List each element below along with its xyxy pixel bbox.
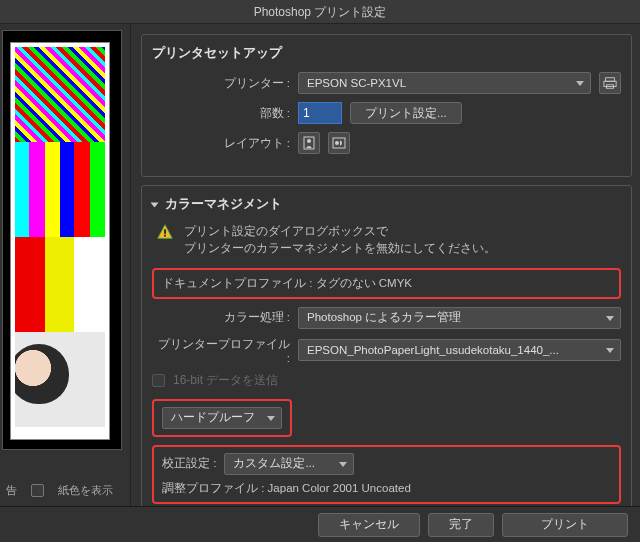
color-handling-dropdown[interactable]: Photoshop によるカラー管理 bbox=[298, 307, 621, 329]
show-paper-color-checkbox[interactable] bbox=[31, 484, 44, 497]
disclosure-down-icon bbox=[152, 198, 161, 212]
printer-label: プリンター : bbox=[152, 76, 290, 91]
highlight-proof-setup: 校正設定 : カスタム設定... 調整プロファイル : Japan Color … bbox=[152, 445, 621, 504]
printer-profile-dropdown[interactable]: EPSON_PhotoPaperLight_usudekotaku_1440_.… bbox=[298, 339, 621, 361]
layout-landscape-button[interactable] bbox=[328, 132, 350, 154]
proof-setup-dropdown[interactable]: カスタム設定... bbox=[224, 453, 354, 475]
printer-icon bbox=[603, 76, 617, 90]
color-management-heading[interactable]: カラーマネジメント bbox=[152, 196, 621, 213]
svg-point-4 bbox=[307, 139, 311, 143]
color-handling-label: カラー処理 : bbox=[152, 310, 290, 325]
color-management-group: カラーマネジメント プリント設定のダイアログボックスで プリンターのカラーマネジ… bbox=[141, 185, 632, 506]
show-paper-color-label: 紙色を表示 bbox=[58, 483, 113, 498]
hardproof-dropdown[interactable]: ハードプルーフ bbox=[162, 407, 282, 429]
gamut-warning-label: 告 bbox=[6, 483, 17, 498]
send-16bit-label: 16-bit データを送信 bbox=[173, 372, 278, 389]
layout-label: レイアウト : bbox=[152, 136, 290, 151]
copies-label: 部数 : bbox=[152, 106, 290, 121]
svg-rect-7 bbox=[164, 229, 166, 234]
preview-image-content bbox=[11, 43, 109, 439]
document-profile-text: ドキュメントプロファイル : タグのない CMYK bbox=[162, 277, 412, 289]
highlight-hardproof: ハードプルーフ bbox=[152, 399, 292, 437]
copies-input[interactable] bbox=[298, 102, 342, 124]
printer-profile-label: プリンタープロファイル : bbox=[152, 337, 290, 364]
svg-rect-1 bbox=[604, 81, 616, 86]
printer-setup-heading: プリンタセットアップ bbox=[152, 45, 621, 62]
window-title: Photoshop プリント設定 bbox=[0, 0, 640, 24]
portrait-icon bbox=[303, 136, 315, 150]
done-button[interactable]: 完了 bbox=[428, 513, 494, 537]
warning-icon bbox=[156, 223, 174, 241]
highlight-document-profile: ドキュメントプロファイル : タグのない CMYK bbox=[152, 268, 621, 299]
warning-text-line1: プリント設定のダイアログボックスで bbox=[184, 223, 496, 240]
adjustment-profile-text: 調整プロファイル : Japan Color 2001 Uncoated bbox=[162, 481, 611, 496]
svg-rect-8 bbox=[164, 235, 166, 237]
printer-dropdown[interactable]: EPSON SC-PX1VL bbox=[298, 72, 591, 94]
proof-setup-label: 校正設定 : bbox=[162, 456, 216, 471]
settings-pane: プリンタセットアップ プリンター : EPSON SC-PX1VL 部数 : プ… bbox=[130, 24, 640, 506]
svg-point-6 bbox=[335, 141, 339, 145]
dialog-footer: キャンセル 完了 プリント bbox=[0, 506, 640, 542]
svg-rect-0 bbox=[606, 78, 615, 82]
cancel-button[interactable]: キャンセル bbox=[318, 513, 420, 537]
print-button[interactable]: プリント bbox=[502, 513, 628, 537]
print-settings-icon-button[interactable] bbox=[599, 72, 621, 94]
landscape-icon bbox=[332, 137, 346, 149]
warning-text-line2: プリンターのカラーマネジメントを無効にしてください。 bbox=[184, 240, 496, 257]
print-preview bbox=[2, 30, 122, 450]
print-settings-button[interactable]: プリント設定... bbox=[350, 102, 462, 124]
send-16bit-checkbox bbox=[152, 374, 165, 387]
printer-setup-group: プリンタセットアップ プリンター : EPSON SC-PX1VL 部数 : プ… bbox=[141, 34, 632, 177]
preview-pane: 告 紙色を表示 bbox=[0, 24, 130, 506]
layout-portrait-button[interactable] bbox=[298, 132, 320, 154]
